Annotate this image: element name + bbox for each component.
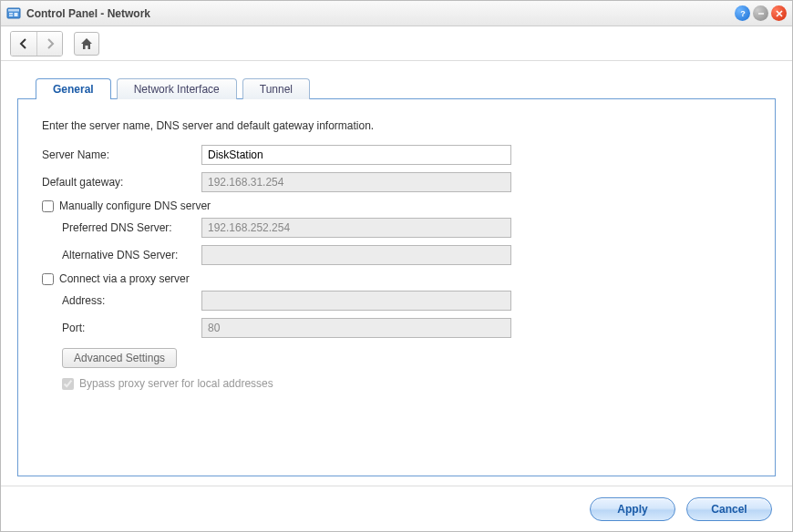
tab-panel-general: Enter the server name, DNS server and de… bbox=[17, 98, 776, 476]
svg-rect-1 bbox=[8, 9, 19, 12]
svg-text:?: ? bbox=[740, 9, 746, 18]
window-controls: ? bbox=[735, 5, 787, 21]
window: Control Panel - Network ? bbox=[0, 0, 793, 532]
proxy-address-input bbox=[201, 291, 511, 311]
server-name-input[interactable] bbox=[201, 145, 511, 165]
preferred-dns-input bbox=[201, 218, 511, 238]
home-button[interactable] bbox=[74, 32, 99, 56]
svg-rect-2 bbox=[9, 13, 13, 15]
preferred-dns-label: Preferred DNS Server: bbox=[42, 221, 201, 234]
server-name-label: Server Name: bbox=[42, 148, 201, 161]
form-description: Enter the server name, DNS server and de… bbox=[42, 119, 751, 132]
tab-strip: General Network Interface Tunnel bbox=[17, 77, 776, 98]
footer: Apply Cancel bbox=[1, 486, 792, 531]
close-button[interactable] bbox=[771, 5, 787, 21]
svg-rect-6 bbox=[758, 13, 764, 14]
nav-buttons bbox=[10, 31, 63, 56]
alternative-dns-input bbox=[201, 245, 511, 265]
proxy-checkbox[interactable] bbox=[42, 273, 54, 285]
cancel-button[interactable]: Cancel bbox=[686, 497, 772, 521]
content-area: General Network Interface Tunnel Enter t… bbox=[1, 61, 792, 486]
svg-rect-3 bbox=[9, 15, 13, 16]
manual-dns-label: Manually configure DNS server bbox=[59, 200, 211, 212]
help-button[interactable]: ? bbox=[735, 5, 750, 21]
proxy-label: Connect via a proxy server bbox=[59, 272, 190, 285]
bypass-proxy-checkbox bbox=[62, 378, 74, 390]
alternative-dns-label: Alternative DNS Server: bbox=[42, 249, 201, 261]
bypass-proxy-label: Bypass proxy server for local addresses bbox=[79, 377, 273, 390]
apply-button[interactable]: Apply bbox=[590, 497, 675, 521]
manual-dns-checkbox[interactable] bbox=[42, 200, 54, 212]
proxy-port-input bbox=[201, 318, 511, 338]
proxy-port-label: Port: bbox=[42, 322, 201, 334]
tab-tunnel[interactable]: Tunnel bbox=[242, 78, 310, 99]
titlebar: Control Panel - Network ? bbox=[1, 1, 792, 26]
default-gateway-input bbox=[201, 172, 511, 192]
tab-general[interactable]: General bbox=[36, 78, 111, 99]
proxy-address-label: Address: bbox=[42, 294, 201, 307]
minimize-button[interactable] bbox=[753, 5, 768, 21]
control-panel-icon bbox=[6, 6, 21, 21]
default-gateway-label: Default gateway: bbox=[42, 176, 201, 189]
back-button[interactable] bbox=[11, 32, 36, 56]
window-title: Control Panel - Network bbox=[26, 7, 735, 20]
svg-rect-4 bbox=[15, 13, 18, 16]
advanced-settings-button: Advanced Settings bbox=[62, 348, 177, 368]
tab-network-interface[interactable]: Network Interface bbox=[117, 78, 237, 99]
toolbar bbox=[1, 26, 792, 61]
forward-button[interactable] bbox=[36, 32, 62, 56]
